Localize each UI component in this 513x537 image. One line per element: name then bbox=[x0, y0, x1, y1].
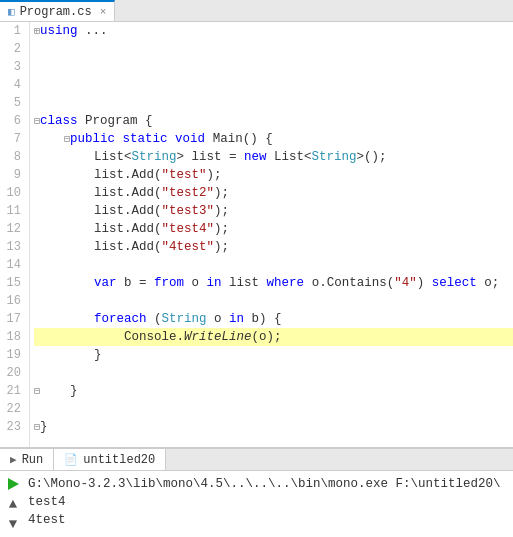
code-token: o bbox=[207, 312, 230, 326]
string-token: "test" bbox=[162, 168, 207, 182]
code-line bbox=[34, 40, 513, 58]
untitled-tab[interactable]: 📄 untitled20 bbox=[54, 449, 166, 470]
code-line: foreach (String o in b) { bbox=[34, 310, 513, 328]
code-token: ); bbox=[214, 204, 229, 218]
code-token: Console. bbox=[34, 330, 184, 344]
console-output-2: 4test bbox=[28, 511, 509, 529]
string-token: "4test" bbox=[162, 240, 215, 254]
run-controls: ▲ ▼ bbox=[4, 475, 22, 533]
line-number: 12 bbox=[4, 220, 21, 238]
code-token: } bbox=[40, 384, 78, 398]
file-icon: ◧ bbox=[8, 5, 15, 18]
code-token: list.Add( bbox=[34, 186, 162, 200]
code-line: ⊟} bbox=[34, 418, 513, 436]
code-line bbox=[34, 94, 513, 112]
code-token: list.Add( bbox=[34, 204, 162, 218]
code-token: >(); bbox=[357, 150, 387, 164]
code-line: ⊞using ... bbox=[34, 22, 513, 40]
line-number: 15 bbox=[4, 274, 21, 292]
code-content[interactable]: ⊞using ... ⊟class Program { ⊟public stat… bbox=[30, 22, 513, 447]
code-line bbox=[34, 58, 513, 76]
code-token: ); bbox=[214, 240, 229, 254]
scroll-up-button[interactable]: ▲ bbox=[4, 495, 22, 513]
code-line: Console.WriteLine(o); bbox=[34, 328, 513, 346]
line-number: 20 bbox=[4, 364, 21, 382]
arrow-down-icon: ▼ bbox=[9, 517, 17, 531]
keyword-token: var bbox=[94, 276, 117, 290]
scroll-down-button[interactable]: ▼ bbox=[4, 515, 22, 533]
code-token: ( bbox=[147, 312, 162, 326]
code-token: } bbox=[34, 348, 102, 362]
code-line: list.Add("4test"); bbox=[34, 238, 513, 256]
code-line: list.Add("test"); bbox=[34, 166, 513, 184]
code-token: list bbox=[222, 276, 267, 290]
code-token: Program { bbox=[78, 114, 153, 128]
code-line: list.Add("test2"); bbox=[34, 184, 513, 202]
run-tab-label: Run bbox=[22, 453, 44, 467]
code-line bbox=[34, 400, 513, 418]
code-token bbox=[168, 132, 176, 146]
panel-content-area: ▲ ▼ G:\Mono-3.2.3\lib\mono\4.5\..\..\..\… bbox=[0, 471, 513, 537]
editor-area: 1234567891011121314151617181920212223 ⊞u… bbox=[0, 22, 513, 447]
code-token: ); bbox=[207, 168, 222, 182]
arrow-up-icon: ▲ bbox=[9, 497, 17, 511]
tab-close-button[interactable]: × bbox=[100, 6, 107, 18]
line-number: 5 bbox=[4, 94, 21, 112]
code-line: list.Add("test3"); bbox=[34, 202, 513, 220]
type-token: String bbox=[132, 150, 177, 164]
console-output-1: test4 bbox=[28, 493, 509, 511]
keyword-token: public bbox=[70, 132, 115, 146]
line-number: 10 bbox=[4, 184, 21, 202]
play-button[interactable] bbox=[4, 475, 22, 493]
type-token: String bbox=[312, 150, 357, 164]
code-token bbox=[115, 132, 123, 146]
keyword-token: foreach bbox=[94, 312, 147, 326]
console-command-line: G:\Mono-3.2.3\lib\mono\4.5\..\..\..\bin\… bbox=[28, 475, 509, 493]
line-number: 6 bbox=[4, 112, 21, 130]
type-token: String bbox=[162, 312, 207, 326]
run-tab-icon: ▶ bbox=[10, 453, 17, 466]
line-number: 17 bbox=[4, 310, 21, 328]
panel-tab-bar: ▶ Run 📄 untitled20 bbox=[0, 449, 513, 471]
code-line: ⊟public static void Main() { bbox=[34, 130, 513, 148]
line-numbers: 1234567891011121314151617181920212223 bbox=[0, 22, 30, 447]
code-token: } bbox=[40, 420, 48, 434]
line-number: 19 bbox=[4, 346, 21, 364]
line-number: 8 bbox=[4, 148, 21, 166]
code-token: Main() { bbox=[205, 132, 273, 146]
tab-bar: ◧ Program.cs × bbox=[0, 0, 513, 22]
code-line: List<String> list = new List<String>(); bbox=[34, 148, 513, 166]
code-token bbox=[34, 312, 94, 326]
line-number: 21 bbox=[4, 382, 21, 400]
line-number: 18 bbox=[4, 328, 21, 346]
code-token: ) bbox=[417, 276, 432, 290]
line-number: 16 bbox=[4, 292, 21, 310]
code-line: var b = from o in list where o.Contains(… bbox=[34, 274, 513, 292]
keyword-token: from bbox=[154, 276, 184, 290]
code-token: > list = bbox=[177, 150, 245, 164]
line-number: 3 bbox=[4, 58, 21, 76]
string-token: "4" bbox=[394, 276, 417, 290]
run-tab[interactable]: ▶ Run bbox=[0, 449, 54, 470]
console-text: G:\Mono-3.2.3\lib\mono\4.5\..\..\..\bin\… bbox=[28, 475, 509, 529]
keyword-token: select bbox=[432, 276, 477, 290]
keyword-token: using bbox=[40, 24, 78, 38]
keyword-token: where bbox=[267, 276, 305, 290]
tab-label: Program.cs bbox=[20, 5, 92, 19]
line-number: 13 bbox=[4, 238, 21, 256]
line-number: 23 bbox=[4, 418, 21, 436]
code-token bbox=[34, 132, 64, 146]
code-token: List< bbox=[267, 150, 312, 164]
console-row: ▲ ▼ G:\Mono-3.2.3\lib\mono\4.5\..\..\..\… bbox=[4, 473, 509, 535]
string-token: "test2" bbox=[162, 186, 215, 200]
code-token: List< bbox=[34, 150, 132, 164]
file-tab-icon: 📄 bbox=[64, 453, 78, 466]
line-number: 22 bbox=[4, 400, 21, 418]
tab-program-cs[interactable]: ◧ Program.cs × bbox=[0, 0, 115, 21]
code-line bbox=[34, 256, 513, 274]
line-number: 7 bbox=[4, 130, 21, 148]
code-token: o.Contains( bbox=[304, 276, 394, 290]
line-number: 4 bbox=[4, 76, 21, 94]
bottom-panel: ▶ Run 📄 untitled20 ▲ ▼ G:\Mono-3.2.3\lib… bbox=[0, 447, 513, 537]
line-number: 11 bbox=[4, 202, 21, 220]
